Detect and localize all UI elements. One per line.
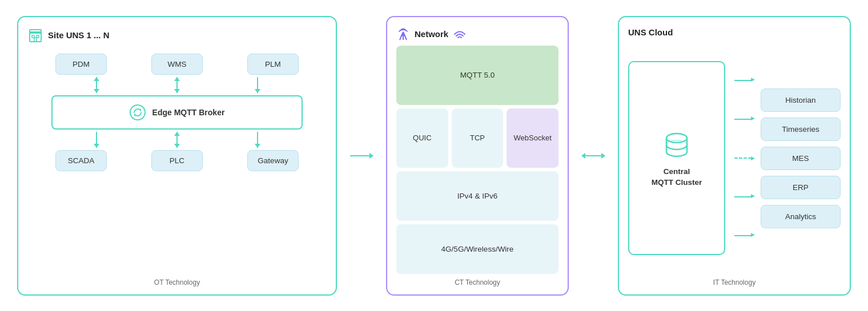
mes-box: MES	[761, 147, 841, 170]
broker-label: Edge MQTT Broker	[152, 108, 225, 117]
quic-block: QUIC	[396, 108, 448, 168]
bottom-arrows	[33, 130, 321, 150]
pdm-box: PDM	[55, 54, 107, 75]
timeseries-box: Timeseries	[761, 118, 841, 141]
scada-box: SCADA	[55, 150, 107, 171]
ct-panel: Network MQTT 5.0 QUIC TCP	[386, 16, 569, 296]
ct-uns-connector	[579, 16, 608, 296]
ot-ct-connector	[347, 16, 376, 296]
uns-panel: UNS Cloud Central MQTT Cluster	[618, 16, 851, 296]
cluster-label: Central MQTT Cluster	[652, 167, 702, 188]
gateway-box: Gateway	[247, 150, 299, 171]
site-label: Site UNS 1 ... N	[27, 27, 327, 43]
diagram-container: Site UNS 1 ... N PDM WMS PLM	[11, 10, 857, 301]
top-arrows	[33, 75, 321, 95]
analytics-box: Analytics	[761, 205, 841, 228]
uns-content: Central MQTT Cluster Historian Timeserie…	[628, 43, 841, 274]
scada-arrow	[96, 132, 97, 148]
ot-footer: OT Technology	[27, 274, 327, 286]
cluster-box: Central MQTT Cluster	[628, 61, 725, 255]
ot-top-row: PDM WMS PLM	[33, 54, 321, 75]
uns-title: UNS Cloud	[628, 27, 841, 37]
websocket-block: WebSocket	[507, 108, 558, 168]
ip-block: IPv4 & IPv6	[396, 171, 558, 221]
ct-footer: CT Technology	[396, 274, 558, 286]
erp-box: ERP	[761, 176, 841, 199]
historian-box: Historian	[761, 88, 841, 112]
wireless-block: 4G/5G/Wireless/Wire	[396, 224, 558, 274]
cluster-icon	[660, 128, 694, 162]
ct-content: MQTT 5.0 QUIC TCP WebSocket IPv4 & IPv6	[396, 43, 558, 274]
ct-uns-arrow	[582, 155, 605, 156]
broker-row: Edge MQTT Broker	[33, 95, 321, 130]
mes-conn	[734, 157, 752, 159]
plc-box: PLC	[151, 150, 203, 171]
wifi-icon	[453, 29, 467, 40]
network-icon	[396, 27, 410, 41]
uns-connections	[734, 61, 752, 255]
erp-conn	[734, 196, 752, 197]
ot-panel: Site UNS 1 ... N PDM WMS PLM	[17, 16, 337, 296]
ot-ct-arrow	[350, 155, 373, 156]
tcp-block: TCP	[452, 108, 504, 168]
plm-box: PLM	[247, 54, 299, 75]
it-boxes: Historian Timeseries MES ERP Analytics	[761, 88, 841, 228]
historian-conn	[734, 80, 752, 81]
analytics-conn	[734, 235, 752, 236]
svg-point-10	[666, 140, 687, 150]
uns-footer: IT Technology	[628, 274, 841, 286]
wms-box: WMS	[151, 54, 203, 75]
ot-bottom-row: SCADA PLC Gateway	[33, 150, 321, 171]
broker-icon	[130, 104, 146, 120]
mqtt-block: MQTT 5.0	[396, 46, 558, 105]
building-icon	[27, 27, 43, 43]
plc-arrow	[176, 132, 178, 148]
gateway-arrow	[257, 132, 258, 148]
pdm-arrow	[96, 77, 97, 93]
wms-arrow	[176, 77, 178, 93]
timeseries-conn	[734, 119, 752, 120]
ct-title: Network	[396, 27, 558, 41]
broker-box: Edge MQTT Broker	[51, 95, 303, 130]
svg-rect-4	[34, 38, 37, 42]
ot-content: PDM WMS PLM	[27, 50, 327, 274]
plm-arrow	[257, 77, 258, 93]
protocol-row: QUIC TCP WebSocket	[396, 108, 558, 168]
